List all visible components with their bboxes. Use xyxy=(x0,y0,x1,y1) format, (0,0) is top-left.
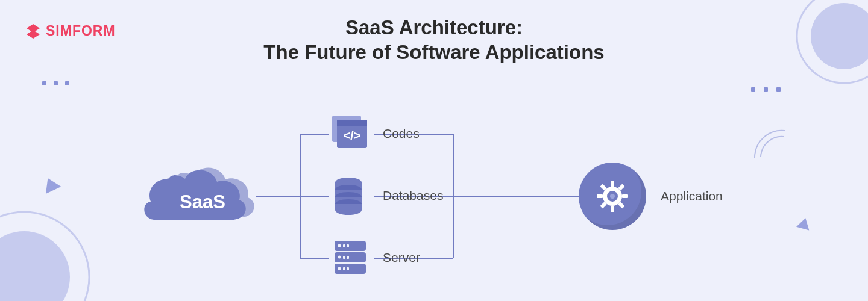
svg-rect-23 xyxy=(347,267,349,270)
database-icon xyxy=(329,174,372,217)
svg-rect-20 xyxy=(347,256,349,259)
svg-point-15 xyxy=(338,244,341,247)
node-codes: </> Codes xyxy=(329,112,420,155)
node-databases-label: Databases xyxy=(383,188,443,203)
svg-rect-16 xyxy=(343,244,345,247)
node-server-label: Server xyxy=(383,250,420,265)
saas-architecture-diagram: SaaS </> Codes xyxy=(136,90,738,295)
svg-rect-6 xyxy=(337,120,367,126)
connector-line xyxy=(453,196,580,197)
decoration-circle-bottom-left xyxy=(0,211,90,301)
connector-line xyxy=(300,134,329,135)
svg-rect-26 xyxy=(611,206,614,212)
svg-rect-27 xyxy=(597,194,603,198)
connector-line xyxy=(300,196,329,197)
connector-line xyxy=(256,196,300,197)
cloud-icon xyxy=(136,149,256,227)
connector-line xyxy=(300,258,329,259)
title-line-1: SaaS Architecture: xyxy=(0,15,868,41)
svg-rect-19 xyxy=(343,256,345,259)
svg-text:</>: </> xyxy=(344,129,361,142)
node-server: Server xyxy=(329,236,420,279)
svg-rect-28 xyxy=(622,194,628,198)
decoration-arc-right xyxy=(749,122,791,164)
page-title: SaaS Architecture: The Future of Softwar… xyxy=(0,15,868,64)
svg-point-34 xyxy=(610,194,615,199)
svg-point-3 xyxy=(0,231,70,301)
title-line-2: The Future of Software Applications xyxy=(0,41,868,64)
svg-rect-17 xyxy=(347,244,349,247)
svg-rect-22 xyxy=(343,267,345,270)
gear-icon xyxy=(579,163,646,230)
svg-rect-25 xyxy=(611,181,614,187)
svg-point-21 xyxy=(338,267,341,270)
node-databases: Databases xyxy=(329,174,443,217)
decoration-triangle-left xyxy=(40,175,61,194)
decoration-dots-left xyxy=(42,81,69,85)
node-application-label: Application xyxy=(661,189,723,203)
svg-point-18 xyxy=(338,256,341,259)
decoration-dots-right xyxy=(751,87,781,92)
cloud-label: SaaS xyxy=(180,191,225,213)
node-application: Application xyxy=(579,163,723,230)
node-codes-label: Codes xyxy=(383,126,420,141)
decoration-triangle-right xyxy=(796,216,812,230)
server-icon xyxy=(329,236,372,279)
code-icon: </> xyxy=(329,112,372,155)
